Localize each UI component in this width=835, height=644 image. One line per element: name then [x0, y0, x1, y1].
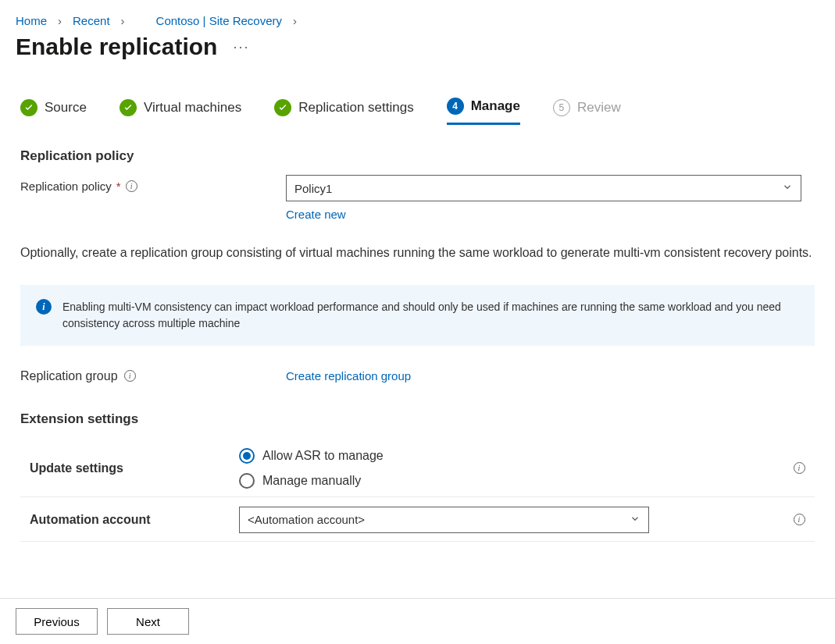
breadcrumb-sep: › [121, 14, 125, 27]
section-heading: Replication policy [20, 148, 815, 164]
page-title-row: Enable replication ··· [0, 27, 835, 60]
page-title: Enable replication [16, 34, 217, 60]
create-replication-group-link[interactable]: Create replication group [286, 369, 411, 382]
step-label: Review [577, 100, 621, 116]
more-actions-button[interactable]: ··· [233, 39, 249, 55]
stepper: Source Virtual machines Replication sett… [0, 60, 835, 125]
check-icon [274, 99, 291, 116]
update-settings-control: Allow ASR to manage Manage manually [239, 448, 783, 489]
step-review[interactable]: 5 Review [553, 99, 621, 124]
replication-group-description: Optionally, create a replication group c… [20, 243, 815, 263]
radio-allow-asr[interactable]: Allow ASR to manage [239, 448, 783, 464]
check-icon [20, 99, 37, 116]
section-manage: Replication policy Replication policy * … [0, 125, 835, 542]
footer: Previous Next [0, 598, 835, 644]
breadcrumb-recent[interactable]: Recent [73, 14, 110, 27]
step-label: Replication settings [298, 100, 413, 116]
info-icon[interactable]: i [124, 370, 136, 382]
breadcrumb: Home › Recent › Contoso | Site Recovery … [0, 0, 835, 27]
step-label: Source [45, 100, 87, 116]
automation-account-control: <Automation account> [239, 507, 783, 533]
chevron-down-icon [630, 513, 641, 526]
extension-settings-heading: Extension settings [20, 411, 815, 427]
check-icon [120, 99, 137, 116]
automation-account-select[interactable]: <Automation account> [239, 507, 649, 533]
row-replication-group: Replication group i Create replication g… [20, 369, 815, 383]
step-label: Virtual machines [144, 100, 241, 116]
info-icon[interactable]: i [794, 514, 805, 525]
row-update-settings: Update settings Allow ASR to manage Mana… [20, 438, 815, 497]
info-icon: i [36, 299, 52, 315]
radio-manage-manually[interactable]: Manage manually [239, 473, 783, 489]
chevron-down-icon [782, 182, 793, 195]
create-new-link[interactable]: Create new [286, 208, 815, 221]
previous-button[interactable]: Previous [16, 608, 98, 635]
info-icon[interactable]: i [126, 180, 137, 192]
breadcrumb-sep: › [58, 14, 62, 27]
row-replication-policy: Replication policy * i Policy1 Create ne… [20, 175, 815, 221]
breadcrumb-contoso[interactable]: Contoso | Site Recovery [156, 14, 282, 27]
info-icon[interactable]: i [794, 462, 805, 474]
step-manage[interactable]: 4 Manage [447, 98, 520, 125]
next-button[interactable]: Next [107, 608, 189, 635]
replication-policy-control: Policy1 Create new [286, 175, 815, 221]
step-source[interactable]: Source [20, 99, 87, 124]
breadcrumb-sep: › [293, 14, 297, 27]
step-replication-settings[interactable]: Replication settings [274, 99, 413, 124]
extension-settings: Update settings Allow ASR to manage Mana… [20, 438, 815, 542]
multi-vm-warning-banner: i Enabling multi-VM consistency can impa… [20, 285, 815, 346]
automation-account-label: Automation account [20, 513, 239, 527]
step-virtual-machines[interactable]: Virtual machines [120, 99, 241, 124]
replication-group-label: Replication group i [20, 369, 286, 383]
step-num-icon: 5 [553, 99, 570, 116]
replication-policy-label: Replication policy * i [20, 175, 286, 193]
replication-policy-select[interactable]: Policy1 [286, 175, 801, 201]
row-automation-account: Automation account <Automation account> … [20, 497, 815, 542]
required-asterisk: * [116, 180, 121, 193]
breadcrumb-home[interactable]: Home [16, 14, 47, 27]
update-settings-label: Update settings [20, 461, 239, 475]
step-label: Manage [471, 98, 520, 114]
step-num-icon: 4 [447, 98, 464, 115]
